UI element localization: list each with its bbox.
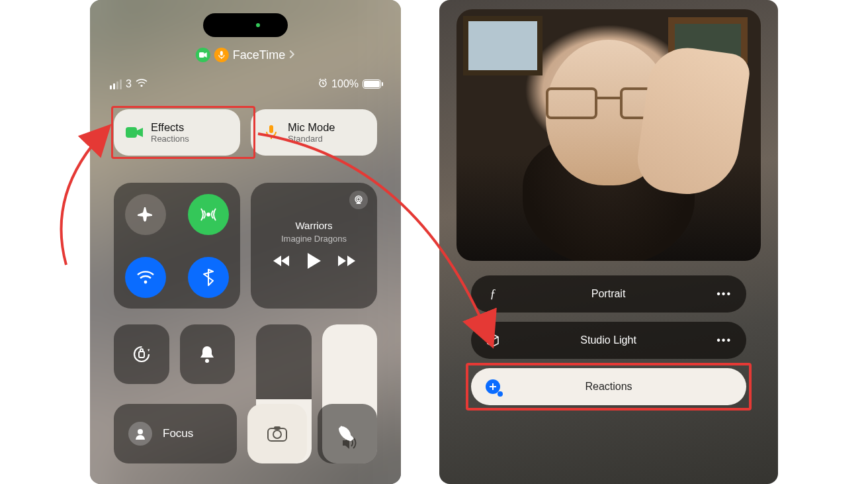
effects-list: ƒ Portrait ••• Studio Light ••• Reaction… [471,275,746,405]
phone-hangup-button[interactable] [318,404,377,463]
svg-point-8 [206,213,210,217]
battery-icon [363,79,381,89]
svg-rect-6 [269,125,273,133]
svg-rect-0 [199,52,204,58]
media-panel[interactable]: Warriors Imagine Dragons [251,183,377,309]
media-title: Warriors [295,220,332,231]
toggles-row [114,324,377,384]
mic-mode-subtitle: Standard [288,134,335,144]
effects-item-label: Portrait [512,288,705,300]
av-tiles-row: Effects Reactions Mic Mode Standard [114,109,377,156]
effects-item-reactions[interactable]: Reactions [471,368,746,405]
rewind-icon[interactable] [273,255,290,269]
mic-icon [263,125,280,140]
mic-mode-title: Mic Mode [288,121,335,134]
carrier-label: 3 [126,78,132,90]
svg-point-3 [140,85,142,87]
bottom-row: Focus [114,404,377,463]
svg-point-24 [138,429,143,434]
focus-button[interactable]: Focus [114,404,237,463]
effects-item-label: Studio Light [512,334,705,346]
silent-mode-button[interactable] [180,324,236,384]
more-icon[interactable]: ••• [716,334,732,346]
active-app-pill[interactable]: FaceTime [196,48,295,62]
svg-rect-27 [274,426,281,430]
reactions-plus-icon [486,379,500,394]
effects-title: Effects [151,121,189,134]
wall-frame-decor [463,16,542,75]
alarm-icon [318,78,327,90]
effects-subtitle: Reactions [151,134,189,144]
svg-rect-13 [139,352,144,358]
play-icon[interactable] [308,253,321,271]
airplay-icon[interactable] [349,191,368,209]
dynamic-island [203,13,288,37]
more-icon[interactable]: ••• [716,288,732,300]
mic-mode-tile[interactable]: Mic Mode Standard [251,109,377,156]
control-center-screenshot: FaceTime 3 100% Effects Re [90,0,401,484]
bluetooth-button[interactable] [188,257,229,298]
control-panels-row: Warriors Imagine Dragons [114,183,377,309]
fast-forward-icon[interactable] [338,255,355,269]
svg-rect-5 [126,127,137,138]
effects-item-portrait[interactable]: ƒ Portrait ••• [471,275,746,313]
camera-button[interactable] [247,404,307,463]
svg-point-9 [144,280,147,283]
rotation-lock-button[interactable] [114,324,169,384]
chevron-right-icon [289,48,295,62]
media-artist: Imagine Dragons [281,234,347,244]
effects-item-studio-light[interactable]: Studio Light ••• [471,322,746,359]
effects-panel-screenshot: ƒ Portrait ••• Studio Light ••• Reaction… [439,0,778,484]
connectivity-panel[interactable] [114,183,240,309]
focus-label: Focus [163,427,193,440]
svg-point-26 [273,430,281,438]
battery-pct: 100% [331,78,359,90]
svg-point-11 [357,198,361,201]
effects-tile[interactable]: Effects Reactions [114,109,240,156]
svg-point-14 [205,359,209,363]
person-icon [128,422,152,446]
mic-active-icon [214,48,229,62]
video-icon [126,125,143,140]
aperture-icon: ƒ [486,287,500,301]
wifi-icon [136,78,148,90]
cube-icon [486,334,500,347]
active-app-label: FaceTime [233,48,285,62]
cellular-bars-icon [110,79,122,89]
airplane-mode-button[interactable] [125,194,166,235]
video-preview [456,9,761,261]
svg-rect-1 [220,51,223,56]
camera-active-icon [196,48,210,62]
wifi-button[interactable] [125,257,166,298]
effects-item-label: Reactions [512,381,705,393]
status-bar: 3 100% [90,78,401,90]
cellular-data-button[interactable] [188,194,229,235]
media-controls [273,253,355,271]
